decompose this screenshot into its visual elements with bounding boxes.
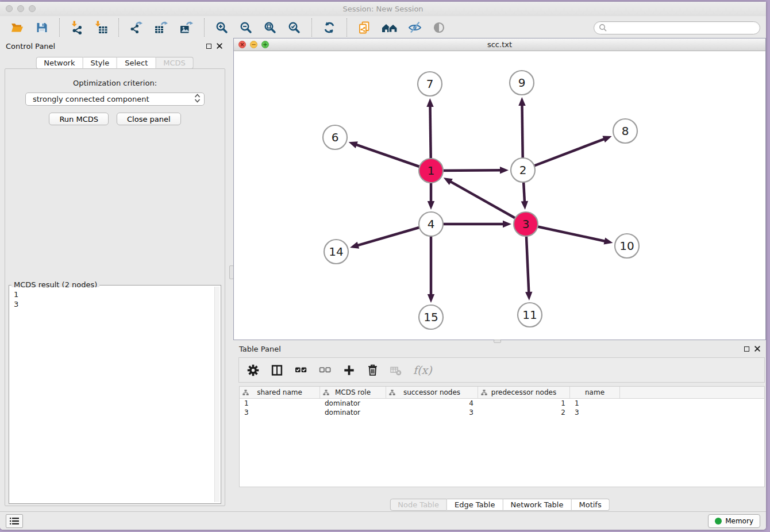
- delete-column-icon[interactable]: [367, 364, 379, 376]
- zoom-in-button[interactable]: [214, 20, 230, 36]
- toolbar-separator: [204, 18, 205, 37]
- refresh-layout-button[interactable]: [321, 20, 337, 36]
- edge-arrowhead: [350, 242, 359, 249]
- column-header-predecessor-nodes[interactable]: predecessor nodes: [478, 387, 570, 398]
- tab-network-table[interactable]: Network Table: [503, 499, 571, 511]
- memory-button[interactable]: Memory: [708, 514, 760, 528]
- export-table-button[interactable]: [152, 20, 170, 36]
- edge-arrowhead: [500, 167, 509, 174]
- export-table-icon: [153, 21, 168, 34]
- table-row[interactable]: 1dominator411: [240, 399, 764, 408]
- node-label: 7: [426, 77, 434, 91]
- zoom-selected-button[interactable]: [286, 20, 302, 36]
- mcds-result-list: 13: [10, 287, 214, 502]
- tab-mcds[interactable]: MCDS: [156, 57, 194, 69]
- node-table: shared nameMCDS rolesuccessor nodesprede…: [239, 386, 765, 487]
- zoom-fit-button[interactable]: [262, 20, 278, 36]
- table-row[interactable]: 3dominator323: [240, 408, 764, 417]
- column-header-shared-name[interactable]: shared name: [240, 387, 320, 398]
- tab-motifs[interactable]: Motifs: [571, 499, 609, 511]
- cell-shared-name[interactable]: 1: [240, 399, 320, 408]
- deselect-all-icon[interactable]: [319, 364, 332, 376]
- close-panel-icon[interactable]: [217, 43, 222, 49]
- main-toolbar: [0, 16, 766, 39]
- search-input[interactable]: [609, 24, 755, 32]
- minimize-window-button[interactable]: [17, 5, 24, 12]
- clone-network-button[interactable]: [356, 20, 372, 36]
- column-header-successor-nodes[interactable]: successor nodes: [386, 387, 478, 398]
- split-panel-icon[interactable]: [271, 364, 283, 376]
- save-session-button[interactable]: [34, 20, 50, 36]
- column-header-mcds-role[interactable]: MCDS role: [320, 387, 386, 398]
- search-icon: [599, 24, 607, 32]
- cell-shared-name[interactable]: 3: [240, 408, 320, 417]
- cell-predecessor-nodes[interactable]: 2: [478, 408, 570, 417]
- float-panel-icon[interactable]: [206, 44, 211, 49]
- node-label: 8: [622, 124, 629, 138]
- edge-arrowhead: [428, 201, 434, 210]
- hide-panels-button[interactable]: [407, 20, 423, 36]
- cell-name[interactable]: 3: [570, 408, 620, 417]
- cell-successor-nodes[interactable]: 4: [386, 399, 478, 408]
- bird-view-icon: [432, 21, 446, 34]
- tab-select[interactable]: Select: [117, 57, 156, 69]
- app-titlebar: Session: New Session: [0, 2, 766, 16]
- export-network-button[interactable]: [128, 20, 144, 36]
- column-header-name[interactable]: name: [570, 387, 620, 398]
- tab-node-table[interactable]: Node Table: [390, 499, 447, 511]
- tab-edge-table[interactable]: Edge Table: [447, 499, 503, 511]
- cell-mcds-role[interactable]: dominator: [320, 408, 386, 417]
- import-table-button[interactable]: [93, 20, 109, 36]
- select-all-icon[interactable]: [295, 364, 307, 376]
- task-history-button[interactable]: [6, 514, 23, 528]
- export-image-icon: [179, 21, 194, 34]
- graph-edge-2-8[interactable]: [523, 139, 605, 170]
- close-panel-button[interactable]: Close panel: [117, 113, 181, 125]
- cell-mcds-role[interactable]: dominator: [320, 399, 386, 408]
- status-bar: Memory: [0, 511, 766, 530]
- close-window-button[interactable]: [6, 5, 13, 12]
- function-builder-icon[interactable]: f(x): [413, 364, 432, 376]
- toolbar-separator: [346, 18, 347, 37]
- cell-name[interactable]: 1: [570, 399, 620, 408]
- column-type-icon: [389, 390, 395, 396]
- network-graph: 7968124314101511: [234, 51, 765, 340]
- refresh-icon: [322, 21, 336, 34]
- open-samples-button[interactable]: [380, 20, 399, 36]
- edge-arrowhead: [525, 292, 532, 300]
- run-mcds-button[interactable]: Run MCDS: [49, 113, 109, 125]
- table-panel-title: Table Panel: [239, 345, 281, 353]
- import-network-button[interactable]: [69, 20, 85, 36]
- network-window-titlebar[interactable]: × − + scc.txt: [234, 38, 765, 51]
- zoom-out-button[interactable]: [238, 20, 254, 36]
- mcds-result-item: 3: [14, 299, 210, 309]
- open-session-button[interactable]: [9, 20, 26, 36]
- add-column-icon[interactable]: [343, 364, 355, 376]
- bird-view-button[interactable]: [431, 20, 447, 36]
- frame-close-button[interactable]: ×: [238, 41, 246, 48]
- criterion-dropdown[interactable]: strongly connected component: [25, 92, 205, 106]
- edge-arrowhead: [428, 294, 434, 303]
- frame-maximize-button[interactable]: +: [261, 41, 269, 48]
- zoom-window-button[interactable]: [29, 5, 36, 12]
- mcds-panel: Optimization criterion: strongly connect…: [5, 68, 225, 506]
- delete-table-icon[interactable]: [390, 365, 402, 376]
- close-panel-icon[interactable]: [754, 346, 760, 352]
- frame-minimize-button[interactable]: −: [250, 41, 257, 48]
- memory-status-dot: [715, 518, 722, 525]
- table-settings-icon[interactable]: [247, 364, 259, 376]
- node-label: 15: [424, 310, 438, 324]
- tab-style[interactable]: Style: [83, 57, 117, 69]
- cell-successor-nodes[interactable]: 3: [386, 408, 478, 417]
- cell-predecessor-nodes[interactable]: 1: [478, 399, 570, 408]
- graph-edge-3-1[interactable]: [450, 182, 526, 224]
- float-panel-icon[interactable]: [744, 346, 749, 352]
- export-image-button[interactable]: [178, 20, 195, 36]
- clone-network-icon: [357, 21, 371, 34]
- toolbar-separator: [118, 18, 119, 37]
- tab-network[interactable]: Network: [36, 57, 83, 69]
- result-scrollbar[interactable]: [214, 287, 220, 502]
- column-type-icon: [323, 390, 329, 396]
- table-body: 1dominator4113dominator323: [240, 399, 764, 417]
- network-canvas[interactable]: 7968124314101511: [234, 51, 765, 340]
